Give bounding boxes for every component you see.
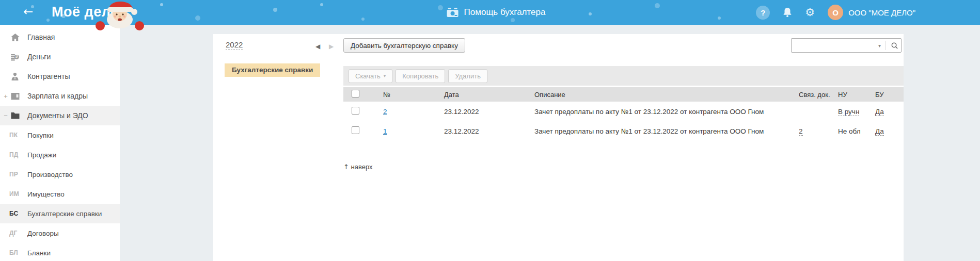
subitem-label: Покупки — [27, 132, 54, 139]
year-filter-link[interactable]: 2022 — [226, 40, 243, 50]
header-actions: ? ⚙ O ООО "МОЕ ДЕЛО" — [756, 0, 915, 25]
select-all-checkbox[interactable] — [352, 90, 359, 97]
nu-status-link[interactable]: В ручн — [838, 108, 859, 116]
subitem-label: Производство — [27, 171, 73, 178]
sidebar-subitem-property[interactable]: ИМ Имущество — [0, 184, 120, 204]
copy-button[interactable]: Копировать — [396, 69, 445, 83]
help-glyph: ? — [761, 8, 765, 17]
sidebar-subitem-purchases[interactable]: ПК Покупки — [0, 125, 120, 145]
delete-button[interactable]: Удалить — [448, 69, 487, 83]
bu-status-link[interactable]: Да — [875, 127, 884, 136]
subitem-label: Имущество — [27, 190, 65, 198]
sidebar-subitem-production[interactable]: ПР Производство — [0, 165, 120, 184]
bell-icon[interactable] — [783, 7, 792, 18]
org-name: ООО "МОЕ ДЕЛО" — [848, 8, 915, 17]
subitem-code: ДГ — [9, 230, 23, 237]
org-switcher[interactable]: O ООО "МОЕ ДЕЛО" — [828, 5, 915, 20]
column-header-num: № — [374, 91, 436, 99]
cell-description: Зачет предоплаты по акту №1 от 23.12.202… — [527, 127, 793, 135]
subitem-label: Бланки — [27, 249, 51, 257]
back-arrow-icon[interactable]: ← — [23, 5, 33, 18]
prev-year-icon[interactable]: ◀ — [315, 43, 320, 50]
download-label: Скачать — [355, 72, 381, 80]
subitem-code: ПК — [9, 132, 23, 139]
sidebar-item-documents[interactable]: − Документы и ЭДО — [0, 106, 120, 125]
column-header-bu: БУ — [870, 91, 904, 99]
accountant-help-icon — [447, 7, 459, 18]
home-icon — [10, 34, 20, 41]
expand-plus-icon[interactable]: + — [2, 92, 9, 100]
add-certificate-button[interactable]: Добавить бухгалтерскую справку — [343, 38, 465, 53]
certificate-number-link[interactable]: 2 — [383, 108, 387, 116]
column-header-nu: НУ — [831, 91, 870, 99]
help-icon[interactable]: ? — [756, 6, 770, 20]
collapse-minus-icon[interactable]: − — [2, 112, 9, 120]
sidebar-item-label: Зарплата и кадры — [27, 92, 88, 100]
money-icon: ₽ — [10, 53, 20, 61]
table-toolbar: Скачать ▾ Копировать Удалить — [343, 66, 904, 86]
subitem-label: Бухгалтерские справки — [27, 210, 102, 218]
cell-date: 23.12.2022 — [436, 127, 527, 135]
subitem-code: ПД — [9, 151, 23, 158]
column-header-date: Дата — [436, 91, 527, 99]
column-header-description: Описание — [527, 91, 793, 99]
arrow-up-icon: ↑ — [343, 163, 349, 171]
svg-text:₽: ₽ — [15, 55, 18, 59]
back-to-top-label: наверх — [351, 163, 373, 171]
table-header-row: № Дата Описание Связ. док. НУ БУ — [343, 87, 904, 102]
person-icon — [10, 72, 20, 80]
subitem-label: Продажи — [27, 151, 56, 159]
app-header: ← Моё дело Помощь бухгалтера ? — [0, 0, 980, 25]
sidebar-item-salary[interactable]: + Зарплата и кадры — [0, 86, 120, 106]
org-avatar: O — [828, 5, 843, 20]
sidebar-subitem-contracts[interactable]: ДГ Договоры — [0, 223, 120, 243]
wallet-icon — [10, 92, 20, 100]
search-divider — [885, 41, 886, 50]
content-card: 2022 ◀ ▶ Добавить бухгалтерскую справку … — [213, 34, 904, 261]
cell-description: Зачет предоплаты по акту №1 от 23.12.202… — [527, 108, 793, 116]
gear-icon[interactable]: ⚙ — [805, 7, 815, 18]
certificate-number-link[interactable]: 1 — [383, 127, 387, 135]
bu-status-link[interactable]: Да — [875, 108, 884, 116]
sidebar-subitem-forms[interactable]: БЛ Бланки — [0, 243, 120, 261]
row-checkbox[interactable] — [352, 126, 359, 134]
column-header-linked-doc: Связ. док. — [793, 91, 831, 99]
download-button[interactable]: Скачать ▾ — [349, 69, 392, 83]
sidebar-item-label: Документы и ЭДО — [27, 111, 88, 120]
santa-icon — [93, 0, 147, 31]
search-input[interactable] — [792, 42, 876, 50]
subitem-label: Договоры — [27, 230, 59, 237]
sidebar: Главная ₽ Деньги Контрагенты — [0, 25, 120, 261]
table-row: 1 23.12.2022 Зачет предоплаты по акту №1… — [343, 121, 904, 141]
row-checkbox[interactable] — [352, 107, 359, 115]
folder-icon — [10, 112, 20, 119]
table-row: 2 23.12.2022 Зачет предоплаты по акту №1… — [343, 102, 904, 121]
sidebar-item-money[interactable]: ₽ Деньги — [0, 47, 120, 67]
subitem-code: БЛ — [9, 249, 23, 256]
subitem-code: ИМ — [9, 190, 23, 198]
sidebar-item-contractors[interactable]: Контрагенты — [0, 67, 120, 86]
accountant-help-label: Помощь бухгалтера — [464, 7, 546, 18]
chevron-down-icon: ▾ — [384, 73, 386, 78]
back-to-top-link[interactable]: ↑ наверх — [343, 163, 373, 171]
sidebar-subitem-accounting-certificates[interactable]: БС Бухгалтерские справки — [0, 204, 120, 223]
linked-doc-link[interactable]: 2 — [799, 127, 803, 136]
cell-date: 23.12.2022 — [436, 108, 527, 116]
sidebar-item-label: Контрагенты — [27, 72, 70, 80]
section-tab-accounting-certificates: Бухгалтерские справки — [225, 63, 320, 77]
search-icon[interactable] — [888, 42, 901, 50]
chevron-down-icon[interactable]: ▾ — [876, 43, 883, 48]
next-year-icon: ▶ — [329, 43, 334, 50]
accountant-help-button[interactable]: Помощь бухгалтера — [447, 0, 546, 25]
subitem-code: ПР — [9, 171, 23, 178]
sidebar-item-label: Деньги — [27, 53, 51, 61]
search-box: ▾ — [791, 38, 902, 53]
subitem-code: БС — [9, 210, 23, 217]
sidebar-subitem-sales[interactable]: ПД Продажи — [0, 145, 120, 165]
cell-nu-status: Не обл — [831, 127, 870, 135]
sidebar-item-label: Главная — [27, 33, 55, 41]
